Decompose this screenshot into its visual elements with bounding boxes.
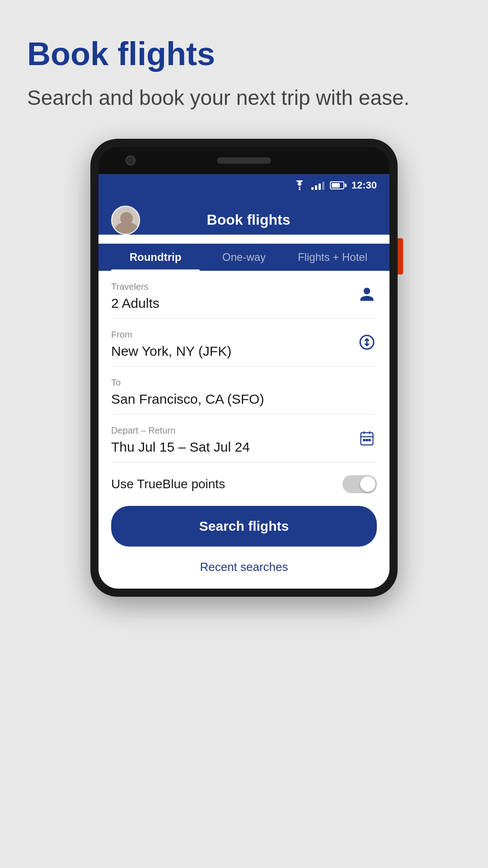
battery-icon [330,181,344,189]
dates-label: Depart – Return [111,425,377,436]
dates-value: Thu Jul 15 – Sat Jul 24 [111,439,377,455]
form-area: Travelers 2 Adults From New York, NY (JF… [99,271,389,589]
app-header: Book flights [99,197,389,235]
recent-searches-container: Recent searches [111,556,377,589]
travelers-icon [357,284,377,304]
search-flights-button[interactable]: Search flights [111,506,377,547]
from-field[interactable]: From New York, NY (JFK) [111,319,377,367]
swap-icon[interactable] [357,332,377,352]
signal-icon [311,181,324,190]
svg-rect-4 [366,439,368,441]
recent-searches-link[interactable]: Recent searches [200,560,288,574]
tab-flights-hotel[interactable]: Flights + Hotel [288,244,377,271]
to-value: San Francisco, CA (SFO) [111,392,377,407]
to-field[interactable]: To San Francisco, CA (SFO) [111,367,377,415]
from-value: New York, NY (JFK) [111,344,377,359]
travelers-value: 2 Adults [111,296,377,311]
dates-field[interactable]: Depart – Return Thu Jul 15 – Sat Jul 24 [111,415,377,462]
phone-mockup: 12:30 Book flights Roundtrip One-way [90,139,398,597]
trueblue-row: Use TrueBlue points [111,462,377,506]
avatar-image [112,207,140,235]
trueblue-label: Use TrueBlue points [111,477,225,491]
svg-rect-5 [369,439,371,441]
svg-rect-2 [361,433,373,445]
phone-notch [99,147,389,174]
phone-side-button [398,238,403,274]
tab-one-way[interactable]: One-way [200,244,288,271]
travelers-field[interactable]: Travelers 2 Adults [111,271,377,319]
status-time: 12:30 [352,179,377,191]
status-icons: 12:30 [293,179,377,191]
avatar[interactable] [111,206,140,235]
page-subtitle: Search and book your next trip with ease… [27,85,461,112]
page-container: Book flights Search and book your next t… [0,0,488,868]
to-label: To [111,377,377,388]
tab-bar: Roundtrip One-way Flights + Hotel [99,244,389,271]
tab-roundtrip[interactable]: Roundtrip [111,244,200,271]
svg-rect-3 [364,439,365,441]
trueblue-toggle[interactable] [343,475,377,493]
wifi-icon [293,180,306,190]
phone-camera [126,156,136,165]
phone-speaker [217,157,271,164]
header-title: Book flights [149,212,348,228]
status-bar: 12:30 [99,174,389,197]
toggle-knob [360,476,375,492]
phone-screen: 12:30 Book flights Roundtrip One-way [99,174,389,589]
calendar-icon[interactable] [357,428,377,448]
page-title: Book flights [27,36,461,72]
travelers-label: Travelers [111,282,377,292]
svg-point-0 [299,189,300,190]
from-label: From [111,330,377,340]
